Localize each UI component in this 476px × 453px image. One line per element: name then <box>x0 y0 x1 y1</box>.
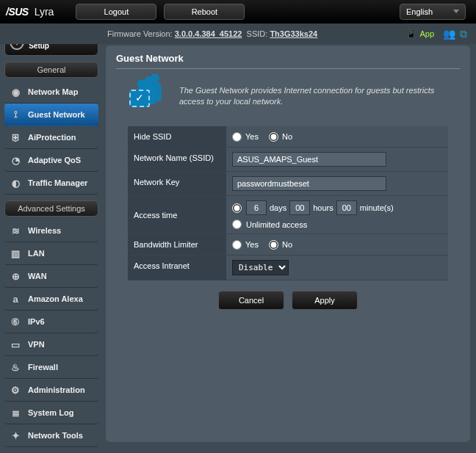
guest-network-form: Hide SSID Yes No Network Name (SSID) Net… <box>128 126 448 280</box>
apply-button[interactable]: Apply <box>292 291 358 310</box>
sidebar-item-guest-network[interactable]: ⟟Guest Network <box>4 104 98 126</box>
sidebar-item-traffic-manager[interactable]: ◐Traffic Manager <box>4 172 98 195</box>
hide-ssid-no[interactable]: No <box>269 132 292 142</box>
access-intranet-select[interactable]: Disable <box>232 260 289 275</box>
users-icon[interactable]: 👥 <box>443 28 455 40</box>
nav-label: AiProtection <box>28 133 76 142</box>
nav-label: Guest Network <box>28 110 85 119</box>
nav-label: LAN <box>28 249 45 258</box>
vpn-icon: ▭ <box>9 338 22 351</box>
aiprotection-icon: ⛨ <box>9 131 22 144</box>
fw-label: Firmware Version: <box>107 29 173 38</box>
sidebar-item-firewall[interactable]: ♨Firewall <box>4 356 98 379</box>
administration-icon: ⚙ <box>9 383 22 396</box>
network-key-label: Network Key <box>128 172 226 195</box>
sidebar-heading-advanced: Advanced Settings <box>4 200 98 217</box>
access-minutes-input[interactable] <box>336 200 357 215</box>
access-intranet-label: Access Intranet <box>128 256 226 280</box>
network-name-input[interactable] <box>232 152 386 167</box>
wireless-icon: ≋ <box>9 224 22 237</box>
reboot-button[interactable]: Reboot <box>164 4 245 20</box>
nav-label: System Log <box>28 408 73 417</box>
app-label: App <box>419 29 434 38</box>
guest-network-panel: Guest Network ✓ The Guest Network provid… <box>106 46 470 442</box>
traffic-manager-icon: ◐ <box>9 176 22 189</box>
access-days-input[interactable] <box>246 200 267 215</box>
model-name: Lyra <box>35 6 54 18</box>
sidebar-item-adaptive-qos[interactable]: ◔Adaptive QoS <box>4 149 98 172</box>
app-icon: 📱 <box>406 29 416 39</box>
network-name-label: Network Name (SSID) <box>128 148 226 171</box>
sidebar-item-lan[interactable]: ▥LAN <box>4 242 98 265</box>
logout-button[interactable]: Logout <box>76 4 156 20</box>
sidebar-heading-general: General <box>4 62 98 78</box>
unlimited-label: Unlimited access <box>246 220 307 229</box>
bw-limit-no[interactable]: No <box>269 240 292 250</box>
days-label: days <box>270 203 286 212</box>
nav-label: Network Tools <box>28 431 83 440</box>
bandwidth-limiter-label: Bandwidth Limiter <box>128 234 226 255</box>
lan-icon: ▥ <box>9 247 22 260</box>
intro-text: The Guest Network provides Internet conn… <box>179 85 448 108</box>
guest-network-icon: ⟟ <box>9 108 22 121</box>
access-hours-input[interactable] <box>289 200 310 215</box>
nav-label: Traffic Manager <box>28 178 87 187</box>
nav-label: Amazon Alexa <box>28 294 83 303</box>
nav-label: VPN <box>28 340 45 349</box>
nav-label: Firewall <box>28 363 58 372</box>
sidebar: ✻ Quick Internet Setup General ◉Network … <box>0 23 103 453</box>
firewall-icon: ♨ <box>9 360 22 374</box>
guest-network-icon: ✓ <box>128 79 169 113</box>
chevron-down-icon <box>453 10 459 13</box>
app-link[interactable]: 📱 App <box>406 29 434 39</box>
sidebar-item-wireless[interactable]: ≋Wireless <box>4 220 98 242</box>
mesh-icon[interactable]: ⧉ <box>460 28 467 40</box>
access-time-limited-radio[interactable] <box>232 203 242 213</box>
network-key-input[interactable] <box>232 176 386 191</box>
nav-label: Wireless <box>28 226 61 235</box>
sidebar-item-administration[interactable]: ⚙Administration <box>4 379 98 402</box>
nav-label: Network Map <box>28 87 78 96</box>
brand-logo: /SUS <box>6 6 29 18</box>
access-time-label: Access time <box>128 196 226 233</box>
hide-ssid-label: Hide SSID <box>128 126 226 147</box>
ipv6-icon: ⑥ <box>9 315 22 328</box>
bw-limit-yes[interactable]: Yes <box>232 240 259 250</box>
language-label: English <box>406 7 433 16</box>
sidebar-item-wan[interactable]: ⊕WAN <box>4 265 98 288</box>
nav-label: Adaptive QoS <box>28 156 81 164</box>
sidebar-item-vpn[interactable]: ▭VPN <box>4 333 98 356</box>
nav-label: WAN <box>28 272 47 280</box>
fw-version[interactable]: 3.0.0.4.384_45122 <box>175 29 242 38</box>
language-select[interactable]: English <box>400 4 466 20</box>
cancel-button[interactable]: Cancel <box>218 291 284 310</box>
network-tools-icon: ✦ <box>9 429 22 442</box>
main-content: Firmware Version: 3.0.0.4.384_45122 SSID… <box>103 23 476 453</box>
sidebar-item-system-log[interactable]: ≣System Log <box>4 402 98 424</box>
ssid-value[interactable]: Th3G33ks24 <box>270 29 317 38</box>
sidebar-item-amazon-alexa[interactable]: aAmazon Alexa <box>4 288 98 311</box>
minutes-label: minute(s) <box>360 203 394 212</box>
access-time-unlimited-radio[interactable] <box>232 220 242 229</box>
wan-icon: ⊕ <box>9 269 22 283</box>
sidebar-item-network-tools[interactable]: ✦Network Tools <box>4 424 98 447</box>
network-map-icon: ◉ <box>9 85 22 98</box>
nav-label: Administration <box>28 385 85 394</box>
panel-title: Guest Network <box>116 53 460 69</box>
sidebar-item-aiprotection[interactable]: ⛨AiProtection <box>4 126 98 149</box>
info-bar: Firmware Version: 3.0.0.4.384_45122 SSID… <box>0 23 476 44</box>
app-header: /SUS Lyra Logout Reboot English <box>0 0 476 23</box>
adaptive-qos-icon: ◔ <box>9 153 22 167</box>
nav-label: IPv6 <box>28 317 45 326</box>
hours-label: hours <box>313 203 333 212</box>
amazon-alexa-icon: a <box>9 292 22 305</box>
ssid-label: SSID: <box>247 29 268 38</box>
sidebar-item-network-map[interactable]: ◉Network Map <box>4 81 98 104</box>
system-log-icon: ≣ <box>9 406 22 419</box>
hide-ssid-yes[interactable]: Yes <box>232 132 259 142</box>
sidebar-item-ipv6[interactable]: ⑥IPv6 <box>4 311 98 333</box>
